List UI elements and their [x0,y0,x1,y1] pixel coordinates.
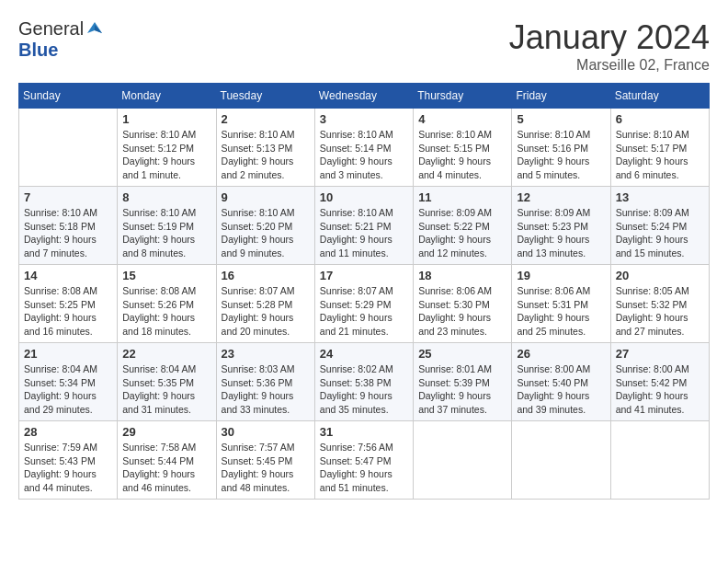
day-info: Sunrise: 8:07 AM Sunset: 5:28 PM Dayligh… [222,284,310,339]
calendar-cell: 18Sunrise: 8:06 AM Sunset: 5:30 PM Dayli… [414,265,512,343]
day-number: 12 [517,190,605,204]
calendar-cell: 23Sunrise: 8:03 AM Sunset: 5:36 PM Dayli… [216,343,314,421]
day-number: 10 [320,190,408,204]
calendar-week-row: 7Sunrise: 8:10 AM Sunset: 5:18 PM Daylig… [19,187,710,265]
day-info: Sunrise: 8:00 AM Sunset: 5:42 PM Dayligh… [616,362,704,417]
day-number: 18 [418,269,506,282]
day-info: Sunrise: 8:10 AM Sunset: 5:16 PM Dayligh… [517,128,605,182]
logo-blue-text: Blue [18,40,58,60]
calendar-cell: 31Sunrise: 7:56 AM Sunset: 5:47 PM Dayli… [314,421,413,500]
calendar-cell: 2Sunrise: 8:10 AM Sunset: 5:13 PM Daylig… [216,109,314,187]
calendar-cell: 12Sunrise: 8:09 AM Sunset: 5:23 PM Dayli… [512,187,610,265]
day-of-week-header: Tuesday [216,84,314,109]
day-info: Sunrise: 8:09 AM Sunset: 5:23 PM Dayligh… [517,206,605,260]
calendar-cell: 26Sunrise: 8:00 AM Sunset: 5:40 PM Dayli… [512,343,610,421]
calendar-cell: 9Sunrise: 8:10 AM Sunset: 5:20 PM Daylig… [216,187,314,265]
calendar-week-row: 1Sunrise: 8:10 AM Sunset: 5:12 PM Daylig… [19,109,710,187]
day-number: 26 [517,347,605,361]
calendar-cell: 3Sunrise: 8:10 AM Sunset: 5:14 PM Daylig… [314,109,413,187]
calendar-cell: 28Sunrise: 7:59 AM Sunset: 5:43 PM Dayli… [19,421,118,500]
calendar-header: SundayMondayTuesdayWednesdayThursdayFrid… [19,84,710,109]
day-info: Sunrise: 8:02 AM Sunset: 5:38 PM Dayligh… [320,362,408,417]
day-number: 6 [616,112,704,126]
day-number: 5 [517,112,605,126]
day-info: Sunrise: 8:03 AM Sunset: 5:36 PM Dayligh… [222,362,310,417]
day-number: 2 [222,112,310,126]
day-number: 14 [24,269,112,282]
calendar-cell [19,109,118,187]
day-info: Sunrise: 8:10 AM Sunset: 5:19 PM Dayligh… [122,206,210,260]
calendar-cell: 4Sunrise: 8:10 AM Sunset: 5:15 PM Daylig… [414,109,512,187]
day-info: Sunrise: 8:10 AM Sunset: 5:14 PM Dayligh… [320,128,408,182]
day-info: Sunrise: 8:10 AM Sunset: 5:17 PM Dayligh… [616,128,704,182]
calendar-cell: 16Sunrise: 8:07 AM Sunset: 5:28 PM Dayli… [216,265,314,343]
calendar-cell: 30Sunrise: 7:57 AM Sunset: 5:45 PM Dayli… [216,421,314,500]
day-number: 7 [24,190,112,204]
day-info: Sunrise: 8:10 AM Sunset: 5:15 PM Dayligh… [418,128,506,182]
day-info: Sunrise: 7:56 AM Sunset: 5:47 PM Dayligh… [320,441,408,495]
day-number: 29 [122,425,210,439]
day-number: 8 [122,190,210,204]
day-number: 25 [418,347,506,361]
day-info: Sunrise: 8:09 AM Sunset: 5:22 PM Dayligh… [418,206,506,260]
day-info: Sunrise: 8:06 AM Sunset: 5:31 PM Dayligh… [517,284,605,339]
calendar-cell [512,421,610,500]
day-info: Sunrise: 8:10 AM Sunset: 5:13 PM Dayligh… [222,128,310,182]
day-number: 17 [320,269,408,282]
day-number: 16 [222,269,310,282]
calendar-cell: 1Sunrise: 8:10 AM Sunset: 5:12 PM Daylig… [118,109,216,187]
day-info: Sunrise: 7:57 AM Sunset: 5:45 PM Dayligh… [222,441,310,495]
month-year-title: January 2024 [509,18,710,57]
calendar-cell [610,421,709,500]
day-of-week-header: Saturday [610,84,709,109]
day-number: 13 [616,190,704,204]
day-number: 3 [320,112,408,126]
day-info: Sunrise: 8:01 AM Sunset: 5:39 PM Dayligh… [418,362,506,417]
day-info: Sunrise: 7:59 AM Sunset: 5:43 PM Dayligh… [24,441,112,495]
day-info: Sunrise: 8:06 AM Sunset: 5:30 PM Dayligh… [418,284,506,339]
title-block: January 2024 Marseille 02, France [509,18,710,74]
day-of-week-header: Sunday [19,84,118,109]
day-info: Sunrise: 8:05 AM Sunset: 5:32 PM Dayligh… [616,284,704,339]
calendar-table: SundayMondayTuesdayWednesdayThursdayFrid… [18,83,710,500]
day-number: 24 [320,347,408,361]
calendar-cell: 13Sunrise: 8:09 AM Sunset: 5:24 PM Dayli… [610,187,709,265]
day-of-week-header: Thursday [414,84,512,109]
calendar-cell: 22Sunrise: 8:04 AM Sunset: 5:35 PM Dayli… [118,343,216,421]
calendar-body: 1Sunrise: 8:10 AM Sunset: 5:12 PM Daylig… [19,109,710,500]
day-of-week-header: Wednesday [314,84,413,109]
day-info: Sunrise: 7:58 AM Sunset: 5:44 PM Dayligh… [122,441,210,495]
day-number: 15 [122,269,210,282]
calendar-cell: 11Sunrise: 8:09 AM Sunset: 5:22 PM Dayli… [414,187,512,265]
logo-bird-icon [85,20,104,39]
days-of-week-row: SundayMondayTuesdayWednesdayThursdayFrid… [19,84,710,109]
calendar-cell: 19Sunrise: 8:06 AM Sunset: 5:31 PM Dayli… [512,265,610,343]
calendar-cell: 8Sunrise: 8:10 AM Sunset: 5:19 PM Daylig… [118,187,216,265]
day-info: Sunrise: 8:04 AM Sunset: 5:35 PM Dayligh… [122,362,210,417]
calendar-cell: 24Sunrise: 8:02 AM Sunset: 5:38 PM Dayli… [314,343,413,421]
logo-general-text: General [18,18,84,40]
day-number: 19 [517,269,605,282]
day-info: Sunrise: 8:04 AM Sunset: 5:34 PM Dayligh… [24,362,112,417]
calendar-cell: 20Sunrise: 8:05 AM Sunset: 5:32 PM Dayli… [610,265,709,343]
calendar-cell: 25Sunrise: 8:01 AM Sunset: 5:39 PM Dayli… [414,343,512,421]
calendar-week-row: 21Sunrise: 8:04 AM Sunset: 5:34 PM Dayli… [19,343,710,421]
logo: General Blue [18,18,104,61]
day-number: 23 [222,347,310,361]
day-info: Sunrise: 8:00 AM Sunset: 5:40 PM Dayligh… [517,362,605,417]
day-number: 20 [616,269,704,282]
day-info: Sunrise: 8:10 AM Sunset: 5:12 PM Dayligh… [122,128,210,182]
calendar-cell [414,421,512,500]
calendar-cell: 5Sunrise: 8:10 AM Sunset: 5:16 PM Daylig… [512,109,610,187]
calendar-cell: 6Sunrise: 8:10 AM Sunset: 5:17 PM Daylig… [610,109,709,187]
calendar-cell: 14Sunrise: 8:08 AM Sunset: 5:25 PM Dayli… [19,265,118,343]
day-info: Sunrise: 8:08 AM Sunset: 5:25 PM Dayligh… [24,284,112,339]
day-info: Sunrise: 8:07 AM Sunset: 5:29 PM Dayligh… [320,284,408,339]
day-number: 22 [122,347,210,361]
day-number: 4 [418,112,506,126]
calendar-cell: 15Sunrise: 8:08 AM Sunset: 5:26 PM Dayli… [118,265,216,343]
day-number: 31 [320,425,408,439]
day-number: 30 [222,425,310,439]
day-info: Sunrise: 8:10 AM Sunset: 5:21 PM Dayligh… [320,206,408,260]
day-number: 1 [122,112,210,126]
